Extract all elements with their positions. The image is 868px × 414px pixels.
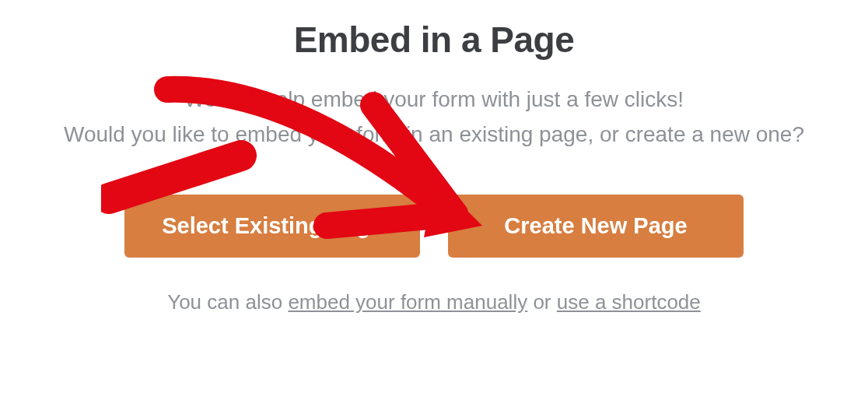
use-shortcode-link[interactable]: use a shortcode: [557, 290, 701, 314]
button-row: Select Existing Page Create New Page: [124, 195, 744, 258]
subtitle-line1: We can help embed your form with just a …: [184, 87, 684, 111]
page-title: Embed in a Page: [294, 19, 575, 61]
embed-manually-link[interactable]: embed your form manually: [288, 290, 527, 314]
subtitle-text: We can help embed your form with just a …: [64, 82, 804, 153]
subtitle-line2: Would you like to embed your form in an …: [64, 122, 804, 146]
select-existing-page-button[interactable]: Select Existing Page: [124, 195, 420, 258]
footer-prefix: You can also: [167, 290, 288, 314]
footer-text: You can also embed your form manually or…: [167, 290, 701, 314]
create-new-page-button[interactable]: Create New Page: [448, 195, 744, 258]
footer-mid: or: [527, 290, 557, 314]
